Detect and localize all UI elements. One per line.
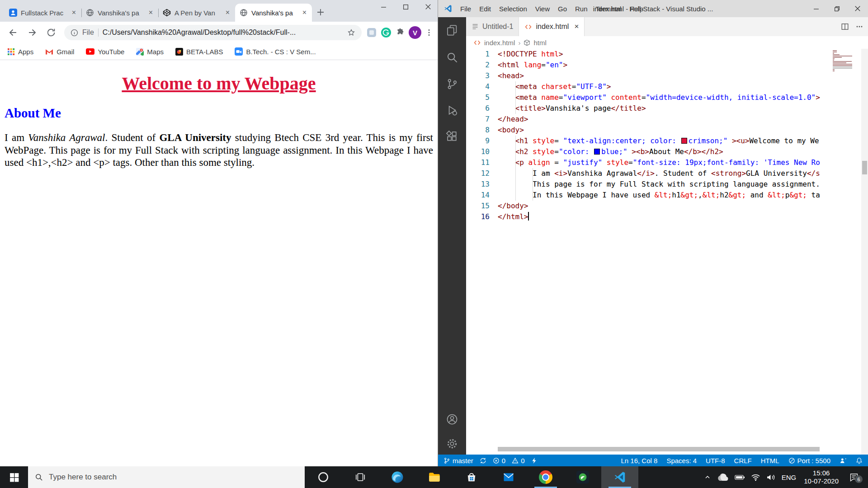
battery-icon[interactable]: [735, 474, 745, 481]
taskbar-mail-icon[interactable]: [490, 466, 527, 488]
horizontal-scrollbar[interactable]: [498, 447, 820, 451]
onedrive-icon[interactable]: [717, 474, 729, 481]
status-master[interactable]: master: [443, 457, 473, 465]
code-line[interactable]: <h1 style= "text-align:center; color: cr…: [498, 136, 835, 146]
close-button[interactable]: [425, 4, 431, 10]
code-line[interactable]: <p align = "justify" style="font-size: 1…: [498, 157, 835, 168]
code-line[interactable]: This page is for my Full Stack with scri…: [498, 179, 835, 190]
browser-tab[interactable]: A Pen by Van×: [158, 4, 235, 22]
tab-close-icon[interactable]: ×: [225, 8, 231, 17]
taskbar-search[interactable]: Type here to search: [28, 466, 305, 488]
language-indicator[interactable]: ENG: [782, 474, 797, 481]
profile-avatar[interactable]: V: [409, 26, 421, 39]
bookmark-item[interactable]: Maps: [136, 48, 164, 56]
more-actions-icon[interactable]: [855, 23, 863, 31]
code-line[interactable]: I am <i>Vanshika Agrawal</i>. Student of…: [498, 168, 835, 179]
color-swatch[interactable]: [594, 149, 600, 155]
code-line[interactable]: <h2 style="color: blue;" ><b>About Me</b…: [498, 146, 835, 157]
browser-tab[interactable]: Vanshika's pa×: [235, 4, 312, 22]
breadcrumb[interactable]: index.html › html: [466, 36, 868, 49]
menu-go[interactable]: Go: [554, 5, 571, 13]
color-swatch[interactable]: [681, 138, 687, 144]
status-feedback-icon[interactable]: [840, 457, 847, 464]
menu-view[interactable]: View: [531, 5, 554, 13]
code-line[interactable]: </body>: [498, 201, 835, 211]
menu-selection[interactable]: Selection: [495, 5, 531, 13]
menu-file[interactable]: File: [456, 5, 475, 13]
tray-expand-icon[interactable]: [704, 474, 711, 481]
code-line[interactable]: <meta name="viewport" content="width=dev…: [498, 92, 835, 103]
maximize-button[interactable]: [403, 4, 409, 10]
code-line[interactable]: <!DOCTYPE html>: [498, 49, 835, 60]
code-editor[interactable]: 12345678910111213141516 <!DOCTYPE html><…: [466, 49, 868, 455]
editor-tab-indexhtml[interactable]: index.html ×: [519, 17, 585, 36]
account-icon[interactable]: [446, 413, 458, 426]
bookmark-star-icon[interactable]: [347, 28, 355, 37]
action-center[interactable]: 6: [846, 473, 862, 482]
status-port-5500[interactable]: Port : 5500: [788, 457, 830, 465]
code-content[interactable]: <!DOCTYPE html><html lang="en"><head> <m…: [498, 49, 835, 455]
address-bar[interactable]: File C:/Users/Vanshika%20Agrawal/Desktop…: [64, 25, 362, 40]
menu-edit[interactable]: Edit: [475, 5, 495, 13]
status-sync-icon[interactable]: [480, 457, 486, 465]
editor-tab-untitled[interactable]: Untitled-1: [466, 17, 519, 36]
taskbar-cortana-icon[interactable]: [305, 466, 342, 488]
status-ln-16-col-8[interactable]: Ln 16, Col 8: [621, 457, 657, 465]
status-0[interactable]: 0: [493, 457, 505, 465]
tab-close-icon[interactable]: ×: [71, 8, 77, 17]
bookmark-item[interactable]: BETA-LABS: [175, 48, 223, 56]
start-button[interactable]: [0, 466, 28, 488]
vscode-close-button[interactable]: [847, 0, 868, 17]
run-debug-icon[interactable]: [446, 104, 458, 117]
bookmark-item[interactable]: B.Tech. - CS : V Sem...: [235, 47, 316, 56]
taskbar-store-icon[interactable]: [453, 466, 490, 488]
minimize-button[interactable]: [381, 4, 387, 10]
extensions-icon[interactable]: [446, 130, 458, 143]
status-0[interactable]: 0: [512, 457, 524, 465]
tab-close-icon[interactable]: ×: [148, 8, 154, 17]
minimap[interactable]: [833, 50, 858, 72]
taskbar-edge-icon[interactable]: [379, 466, 416, 488]
new-tab-button[interactable]: [316, 7, 326, 17]
code-line[interactable]: <meta charset="UTF-8">: [498, 81, 835, 92]
menu-run[interactable]: Run: [571, 5, 592, 13]
taskbar-vscode-icon[interactable]: [601, 466, 638, 488]
source-control-icon[interactable]: [446, 78, 458, 90]
page-info-icon[interactable]: [71, 29, 78, 37]
browser-tab[interactable]: Vanshika's pa×: [81, 4, 158, 22]
status-html[interactable]: HTML: [761, 457, 779, 465]
status-lightning-icon[interactable]: [531, 457, 537, 465]
settings-gear-icon[interactable]: [446, 437, 458, 450]
search-icon[interactable]: [445, 51, 459, 64]
code-line[interactable]: <head>: [498, 70, 835, 81]
reload-button[interactable]: [42, 24, 60, 41]
vscode-minimize-button[interactable]: [806, 0, 826, 17]
code-line[interactable]: <body>: [498, 125, 835, 136]
extensions-puzzle-icon[interactable]: [395, 28, 405, 38]
tab-close-icon[interactable]: ×: [302, 8, 307, 17]
taskbar-file-explorer-icon[interactable]: [416, 466, 453, 488]
status-bell-icon[interactable]: [856, 457, 863, 464]
taskbar-green-app-icon[interactable]: [564, 466, 601, 488]
code-line[interactable]: </html>: [498, 211, 835, 222]
browser-tab[interactable]: Fullstack Prac×: [5, 4, 81, 22]
tab-close-icon[interactable]: ×: [574, 22, 579, 31]
bookmark-item[interactable]: YouTube: [86, 48, 124, 56]
split-editor-icon[interactable]: [841, 23, 849, 31]
forward-button[interactable]: [24, 24, 41, 41]
back-button[interactable]: [5, 24, 22, 41]
bookmark-item[interactable]: Gmail: [45, 48, 74, 56]
code-line[interactable]: <title>Vanshika's page</title>: [498, 103, 835, 114]
clock[interactable]: 15:06 10-07-2020: [802, 469, 840, 485]
taskbar-chrome-icon[interactable]: [527, 466, 564, 488]
taskbar-task-view-icon[interactable]: [342, 466, 379, 488]
volume-icon[interactable]: [766, 474, 776, 481]
status-spaces-4[interactable]: Spaces: 4: [666, 457, 697, 465]
files-icon[interactable]: [445, 23, 459, 37]
code-line[interactable]: In this Webpage I have used &lt;h1&gt;,&…: [498, 190, 835, 201]
grammarly-icon[interactable]: [381, 27, 392, 38]
status-crlf[interactable]: CRLF: [734, 457, 752, 465]
wifi-icon[interactable]: [751, 474, 760, 481]
code-line[interactable]: <html lang="en">: [498, 60, 835, 70]
status-utf-8[interactable]: UTF-8: [706, 457, 725, 465]
